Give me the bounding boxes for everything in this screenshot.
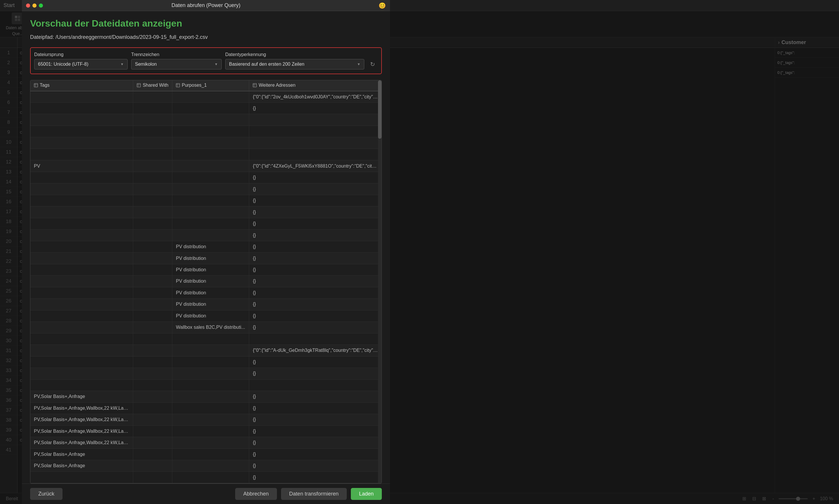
table-row[interactable]: PV distribution{} xyxy=(30,241,381,252)
power-query-dialog: Daten abrufen (Power Query) 😊 Vorschau d… xyxy=(22,0,390,504)
cell-weitere-adressen: {"0":{"id":"A-dUk_GeDmh3gkTRat8lq","coun… xyxy=(249,345,381,356)
table-row[interactable] xyxy=(30,114,381,126)
cell-shared-with xyxy=(133,206,172,218)
cell-purposes xyxy=(172,114,249,126)
table-row[interactable]: {} xyxy=(30,206,381,218)
cell-tags xyxy=(30,253,133,264)
cell-purposes xyxy=(172,195,249,206)
table-row[interactable]: {} xyxy=(30,195,381,206)
table-row[interactable]: PV,Solar Basis+,Anfrage{} xyxy=(30,391,381,402)
cell-weitere-adressen: {} xyxy=(249,426,381,437)
table-row[interactable]: PV,Solar Basis+,Anfrage,Wallbox,22 kW,La… xyxy=(30,402,381,414)
emoji-button[interactable]: 😊 xyxy=(379,2,386,9)
cell-tags xyxy=(30,310,133,322)
table-row[interactable]: {"0":{"id":"2ov_4kUcdboh1wvd0J0AY","coun… xyxy=(30,91,381,103)
table-row[interactable]: {} xyxy=(30,172,381,183)
separator-label: Trennzeichen xyxy=(131,52,222,57)
table-row[interactable]: {} xyxy=(30,368,381,379)
cell-tags xyxy=(30,195,133,206)
col-tags-header[interactable]: Tags xyxy=(30,80,133,91)
file-origin-select[interactable]: 65001: Unicode (UTF-8) ▼ xyxy=(34,59,128,70)
table-row[interactable]: PV distribution{} xyxy=(30,299,381,310)
cell-weitere-adressen: {} xyxy=(249,264,381,275)
table-row[interactable]: PV,Solar Basis+,Anfrage{} xyxy=(30,460,381,472)
table-row[interactable]: PV distribution{} xyxy=(30,264,381,275)
cell-purposes xyxy=(172,333,249,345)
table-row[interactable]: PV distribution{} xyxy=(30,253,381,264)
file-origin-value: 65001: Unicode (UTF-8) xyxy=(38,61,89,67)
cancel-button[interactable]: Abbrechen xyxy=(235,488,277,500)
table-row[interactable]: PV{"0":{"id":"4ZXeGyL_F5WKl5xY8881O","co… xyxy=(30,160,381,172)
cell-purposes xyxy=(172,414,249,426)
file-path-value: /Users/andreeggermont/Downloads/2023-09-… xyxy=(55,34,208,40)
table-row[interactable]: PV,Solar Basis+,Anfrage,Wallbox,22 kW,La… xyxy=(30,414,381,426)
detection-select[interactable]: Basierend auf den ersten 200 Zeilen ▼ xyxy=(225,59,364,70)
table-row[interactable] xyxy=(30,333,381,345)
dialog-titlebar: Daten abrufen (Power Query) 😊 xyxy=(22,0,390,11)
cell-purposes: Wallbox sales B2C,PV distributi... xyxy=(172,322,249,333)
table-row[interactable] xyxy=(30,137,381,149)
table-row[interactable]: {} xyxy=(30,230,381,241)
table-row[interactable]: Wallbox sales B2C,PV distributi...{} xyxy=(30,322,381,333)
cell-tags: PV,Solar Basis+,Anfrage xyxy=(30,460,133,472)
col-shared-icon-group: Shared With xyxy=(137,83,168,88)
maximize-button[interactable] xyxy=(39,3,43,7)
cell-tags xyxy=(30,345,133,356)
cell-purposes xyxy=(172,356,249,367)
table-row[interactable]: {} xyxy=(30,103,381,114)
cell-weitere-adressen xyxy=(249,114,381,126)
file-origin-chevron: ▼ xyxy=(120,62,124,66)
table-row[interactable]: {"0":{"id":"A-dUk_GeDmh3gkTRat8lq","coun… xyxy=(30,345,381,356)
table-icon xyxy=(253,83,257,87)
cell-tags xyxy=(30,206,133,218)
cell-tags xyxy=(30,379,133,391)
refresh-button[interactable]: ↻ xyxy=(367,59,378,70)
minimize-button[interactable] xyxy=(32,3,37,7)
close-button[interactable] xyxy=(26,3,30,7)
cell-purposes xyxy=(172,426,249,437)
table-row[interactable]: PV,Solar Basis+,Anfrage,Wallbox,22 kW,La… xyxy=(30,437,381,449)
scrollbar-track[interactable] xyxy=(378,80,381,483)
load-button[interactable]: Laden xyxy=(351,488,382,500)
transform-button[interactable]: Daten transformieren xyxy=(281,488,347,500)
cell-shared-with xyxy=(133,322,172,333)
table-row[interactable]: {} xyxy=(30,472,381,483)
scrollbar-thumb[interactable] xyxy=(378,80,381,139)
table-row[interactable]: PV,Solar Basis+,Anfrage{} xyxy=(30,449,381,460)
cell-purposes xyxy=(172,460,249,472)
cell-tags xyxy=(30,126,133,137)
cell-tags xyxy=(30,299,133,310)
table-row[interactable]: PV distribution{} xyxy=(30,287,381,299)
cell-tags xyxy=(30,356,133,367)
table-row[interactable] xyxy=(30,149,381,160)
table-row[interactable]: PV distribution{} xyxy=(30,276,381,287)
cell-purposes xyxy=(172,449,249,460)
detection-label: Datentyperkennung xyxy=(225,52,378,57)
back-button[interactable]: Zurück xyxy=(30,488,63,500)
cell-weitere-adressen: {} xyxy=(249,322,381,333)
cell-weitere-adressen: {} xyxy=(249,391,381,402)
cell-weitere-adressen: {} xyxy=(249,449,381,460)
cell-shared-with xyxy=(133,356,172,367)
table-row[interactable]: {} xyxy=(30,183,381,195)
col-purposes-header[interactable]: Purposes_1 xyxy=(172,80,249,91)
cell-shared-with xyxy=(133,449,172,460)
separator-group: Trennzeichen Semikolon ▼ xyxy=(131,52,222,70)
table-row[interactable]: {} xyxy=(30,218,381,229)
col-shared-with-header[interactable]: Shared With xyxy=(133,80,172,91)
cell-tags xyxy=(30,287,133,299)
col-weitere-header[interactable]: Weitere Adressen xyxy=(249,80,381,91)
cell-weitere-adressen: {"0":{"id":"2ov_4kUcdboh1wvd0J0AY","coun… xyxy=(249,91,381,103)
table-row[interactable]: PV,Solar Basis+,Anfrage,Wallbox,22 kW,La… xyxy=(30,426,381,437)
cell-tags xyxy=(30,114,133,126)
table-row[interactable] xyxy=(30,126,381,137)
cell-weitere-adressen: {} xyxy=(249,368,381,379)
table-row[interactable]: PV distribution{} xyxy=(30,310,381,322)
separator-select[interactable]: Semikolon ▼ xyxy=(131,59,222,70)
cell-purposes xyxy=(172,230,249,241)
cell-purposes: PV distribution xyxy=(172,264,249,275)
table-row[interactable]: {} xyxy=(30,356,381,367)
cell-weitere-adressen: {} xyxy=(249,402,381,414)
cell-tags xyxy=(30,264,133,275)
table-row[interactable] xyxy=(30,379,381,391)
